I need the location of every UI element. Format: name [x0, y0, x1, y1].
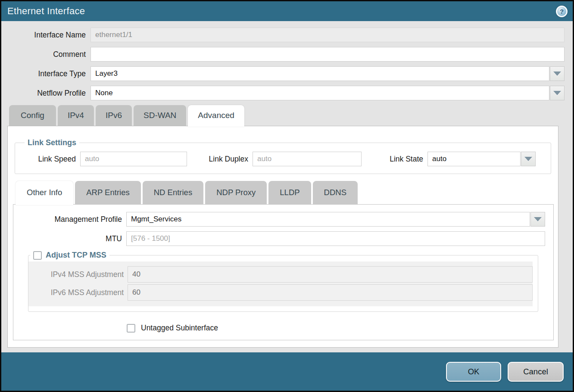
cancel-button[interactable]: Cancel — [508, 362, 564, 382]
link-state-label: Link State — [362, 155, 427, 164]
management-profile-row: Management Profile — [13, 212, 545, 227]
ipv6-mss-row: IPv6 MSS Adjustment — [28, 284, 533, 301]
chevron-down-icon — [553, 72, 561, 76]
management-profile-select[interactable] — [126, 212, 530, 227]
tab-config[interactable]: Config — [9, 105, 56, 126]
tab-nd-entries[interactable]: ND Entries — [143, 181, 203, 204]
help-icon[interactable]: ? — [556, 6, 568, 17]
untagged-subinterface-row: Untagged Subinterface — [127, 324, 545, 333]
title-bar: Ethernet Interface ? — [1, 1, 573, 21]
interface-type-dropdown-button[interactable] — [550, 66, 565, 81]
management-profile-label: Management Profile — [13, 215, 126, 224]
tab-advanced[interactable]: Advanced — [188, 105, 244, 127]
link-speed-field[interactable] — [80, 152, 187, 166]
tab-ipv4[interactable]: IPv4 — [58, 105, 94, 126]
mss-settings-box: IPv4 MSS Adjustment IPv6 MSS Adjustment — [28, 261, 533, 306]
tab-lldp[interactable]: LLDP — [268, 181, 311, 204]
ipv4-mss-row: IPv4 MSS Adjustment — [28, 266, 533, 283]
interface-name-label: Interface Name — [1, 31, 90, 40]
management-profile-dropdown-button[interactable] — [530, 212, 545, 227]
netflow-profile-label: Netflow Profile — [1, 89, 90, 98]
tab-other-info[interactable]: Other Info — [16, 181, 73, 205]
ipv6-mss-field — [128, 284, 533, 301]
interface-type-label: Interface Type — [1, 69, 90, 78]
chevron-down-icon — [553, 91, 561, 95]
link-settings-fieldset: Link Settings Link Speed Link Duplex Lin… — [15, 138, 551, 174]
netflow-profile-select[interactable] — [90, 86, 549, 100]
advanced-tab-panel: Link Settings Link Speed Link Duplex Lin… — [7, 126, 558, 348]
chevron-down-icon — [534, 217, 542, 221]
tab-ndp-proxy[interactable]: NDP Proxy — [205, 181, 267, 204]
main-tab-bar: Config IPv4 IPv6 SD-WAN Advanced — [9, 105, 565, 126]
dialog-body: Interface Name Comment Interface Type Ne… — [1, 21, 573, 352]
link-state-select[interactable] — [427, 152, 521, 166]
link-duplex-label: Link Duplex — [187, 155, 253, 164]
ok-button[interactable]: OK — [446, 362, 501, 382]
mtu-field[interactable] — [126, 231, 545, 246]
tab-ddns[interactable]: DDNS — [313, 181, 358, 204]
tab-sdwan[interactable]: SD-WAN — [134, 105, 186, 126]
ethernet-interface-dialog: Ethernet Interface ? Interface Name Comm… — [0, 0, 574, 392]
interface-type-row: Interface Type — [1, 66, 565, 81]
ipv4-mss-label: IPv4 MSS Adjustment — [28, 270, 128, 279]
link-state-dropdown-button[interactable] — [521, 152, 536, 166]
link-settings-legend: Link Settings — [25, 138, 79, 147]
chevron-down-icon — [524, 157, 532, 161]
inner-tab-bar: Other Info ARP Entries ND Entries NDP Pr… — [16, 181, 558, 204]
untagged-subinterface-checkbox[interactable] — [127, 324, 135, 333]
mtu-row: MTU — [13, 231, 545, 246]
netflow-profile-dropdown-button[interactable] — [550, 86, 565, 100]
netflow-profile-row: Netflow Profile — [1, 86, 565, 100]
adjust-tcp-mss-label: Adjust TCP MSS — [46, 251, 106, 260]
interface-type-select[interactable] — [90, 66, 549, 81]
interface-name-row: Interface Name — [1, 28, 565, 42]
comment-row: Comment — [1, 47, 565, 62]
tab-ipv6[interactable]: IPv6 — [96, 105, 132, 126]
adjust-tcp-mss-checkbox[interactable] — [33, 251, 42, 260]
ipv6-mss-label: IPv6 MSS Adjustment — [28, 288, 128, 297]
link-speed-label: Link Speed — [22, 155, 80, 164]
dialog-title: Ethernet Interface — [7, 6, 85, 17]
comment-label: Comment — [1, 50, 90, 59]
mtu-label: MTU — [13, 234, 126, 243]
link-duplex-field[interactable] — [253, 152, 362, 166]
tab-arp-entries[interactable]: ARP Entries — [75, 181, 140, 204]
untagged-subinterface-label: Untagged Subinterface — [141, 324, 218, 333]
other-info-panel: Management Profile MTU Adjust TCP — [13, 204, 554, 340]
ipv4-mss-field — [128, 266, 533, 283]
adjust-tcp-mss-fieldset: Adjust TCP MSS IPv4 MSS Adjustment IPv6 … — [28, 251, 538, 312]
comment-field[interactable] — [90, 47, 565, 62]
footer-bar: OK Cancel — [1, 352, 573, 391]
interface-name-field — [90, 28, 565, 42]
